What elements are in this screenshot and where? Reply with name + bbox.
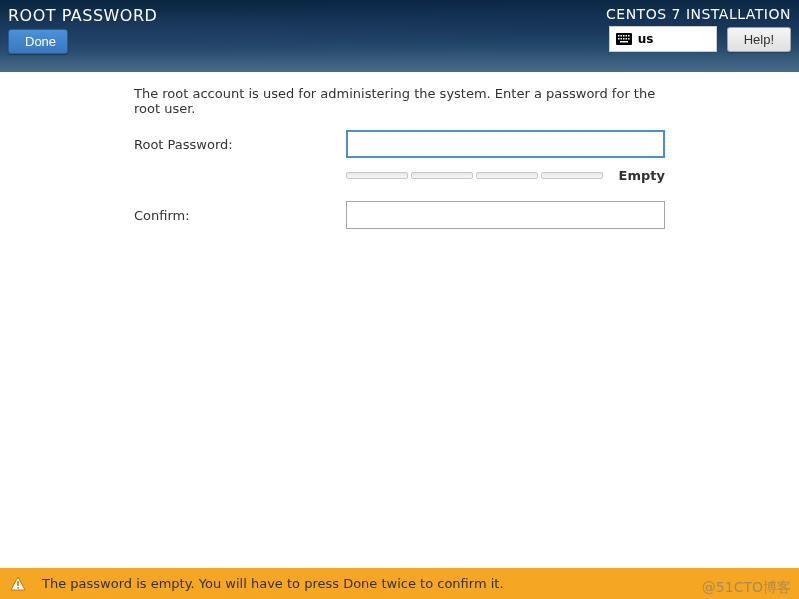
header-left: ROOT PASSWORD Done [8,6,157,66]
confirm-row: Confirm: [134,201,665,229]
content-area: The root account is used for administeri… [0,72,799,229]
installer-title: CENTOS 7 INSTALLATION [606,6,791,22]
header-right: CENTOS 7 INSTALLATION [606,6,791,66]
done-button[interactable]: Done [8,29,68,54]
password-row: Root Password: [134,130,665,158]
keyboard-icon [616,33,632,45]
watermark: @51CTO博客 [702,579,791,597]
warning-icon [10,576,26,592]
keyboard-layout-indicator[interactable]: us [609,26,717,52]
svg-rect-1 [618,35,620,37]
svg-rect-3 [623,35,625,37]
warning-bar: The password is empty. You will have to … [0,568,799,599]
svg-rect-11 [620,41,628,43]
strength-segment [411,172,473,179]
svg-rect-9 [625,38,627,40]
svg-rect-8 [623,38,625,40]
svg-rect-2 [620,35,622,37]
description-text: The root account is used for administeri… [134,86,665,116]
svg-rect-13 [17,587,19,589]
keyboard-layout-code: us [638,32,654,46]
svg-rect-7 [620,38,622,40]
svg-rect-5 [628,35,630,37]
strength-meter [346,172,603,179]
strength-segment [541,172,603,179]
strength-segment [476,172,538,179]
header-bar: ROOT PASSWORD Done CENTOS 7 INSTALLATION [0,0,799,72]
svg-rect-10 [628,38,630,40]
page-title: ROOT PASSWORD [8,6,157,25]
svg-rect-12 [17,581,19,586]
strength-label: Empty [619,168,665,183]
svg-rect-6 [618,38,620,40]
svg-rect-4 [625,35,627,37]
password-label: Root Password: [134,137,346,152]
confirm-password-input[interactable] [346,201,665,229]
help-button[interactable]: Help! [727,27,791,52]
header-right-row: us Help! [609,26,791,52]
warning-message: The password is empty. You will have to … [42,576,504,591]
strength-segment [346,172,408,179]
strength-row: Empty [346,168,665,183]
root-password-input[interactable] [346,130,665,158]
confirm-label: Confirm: [134,208,346,223]
